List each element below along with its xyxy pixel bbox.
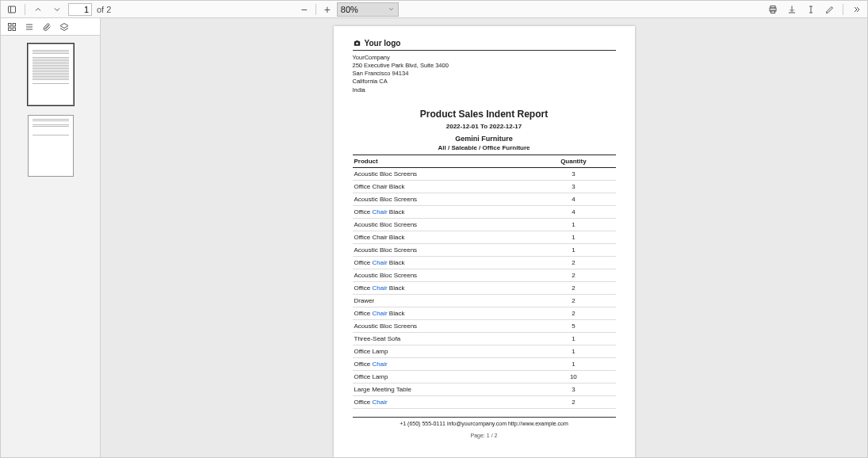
thumbnail-page-2[interactable]	[28, 115, 74, 177]
cell-product: Office Chair	[353, 395, 532, 408]
cell-product: Large Meeting Table	[353, 383, 532, 395]
cell-product: Office Chair	[353, 357, 532, 370]
svg-rect-10	[13, 23, 16, 26]
more-icon[interactable]	[848, 2, 864, 17]
company-addr1: 250 Executive Park Blvd, Suite 3400	[353, 62, 616, 70]
svg-rect-0	[9, 6, 16, 13]
cell-product: Drawer	[353, 294, 532, 307]
text-select-icon[interactable]	[803, 2, 819, 17]
table-row: Office Chair Black2	[353, 256, 616, 269]
col-product: Product	[353, 155, 532, 167]
thumbnail-page-1[interactable]	[28, 44, 74, 105]
cell-quantity: 1	[531, 345, 615, 357]
cell-quantity: 3	[531, 180, 615, 193]
cell-quantity: 10	[531, 370, 615, 383]
cell-quantity: 1	[531, 243, 615, 256]
cell-product: Acoustic Bloc Screens	[353, 269, 532, 281]
product-link[interactable]: Chair	[372, 310, 387, 317]
cell-product: Three-Seat Sofa	[353, 332, 532, 345]
cell-quantity: 2	[531, 294, 615, 307]
table-row: Office Chair Black3	[353, 180, 616, 193]
table-row: Three-Seat Sofa1	[353, 332, 616, 345]
table-row: Large Meeting Table3	[353, 383, 616, 395]
svg-point-17	[356, 43, 358, 45]
prev-page-icon[interactable]	[30, 2, 46, 17]
zoom-controls: − + 80%	[297, 2, 398, 17]
company-addr4: India	[353, 86, 616, 94]
cell-product: Office Chair Black	[353, 307, 532, 319]
cell-quantity: 1	[531, 332, 615, 345]
table-row: Office Lamp10	[353, 370, 616, 383]
report-footer: +1 (650) 555-0111 info@yourcompany.com h…	[353, 417, 616, 426]
cell-product: Office Lamp	[353, 370, 532, 383]
table-row: Acoustic Bloc Screens3	[353, 167, 616, 180]
product-link[interactable]: Chair	[372, 259, 387, 266]
table-row: Acoustic Bloc Screens2	[353, 269, 616, 281]
cell-product: Acoustic Bloc Screens	[353, 167, 532, 180]
company-logo: Your logo	[353, 39, 616, 48]
outline-view-icon[interactable]	[21, 20, 37, 34]
page-number-input[interactable]	[68, 3, 92, 16]
report-title: Product Sales Indent Report	[353, 109, 616, 120]
product-link[interactable]: Chair	[372, 284, 387, 292]
separator	[25, 4, 25, 15]
attachments-icon[interactable]	[39, 20, 55, 34]
table-row: Office Chair Black2	[353, 281, 616, 294]
cell-product: Office Chair Black	[353, 205, 532, 218]
cell-quantity: 3	[531, 167, 615, 180]
page-of-label: of 2	[97, 5, 111, 14]
table-row: Acoustic Bloc Screens1	[353, 218, 616, 231]
product-link[interactable]: Chair	[372, 361, 387, 368]
panel-toggle-icon[interactable]	[4, 2, 20, 17]
table-row: Office Lamp1	[353, 345, 616, 357]
table-row: Acoustic Bloc Screens4	[353, 193, 616, 205]
zoom-select[interactable]: 80%	[337, 2, 399, 17]
body: Your logo YourCompany 250 Executive Park…	[1, 18, 867, 457]
cell-product: Acoustic Bloc Screens	[353, 193, 532, 205]
toolbar-right	[765, 2, 864, 17]
cell-quantity: 2	[531, 256, 615, 269]
document-viewport[interactable]: Your logo YourCompany 250 Executive Park…	[101, 18, 867, 457]
product-link[interactable]: Chair	[372, 208, 387, 216]
thumbnail-list	[1, 36, 100, 457]
svg-rect-9	[9, 23, 12, 26]
svg-rect-12	[13, 28, 16, 31]
cell-quantity: 3	[531, 383, 615, 395]
thumbnails-view-icon[interactable]	[4, 20, 20, 34]
cell-quantity: 4	[531, 193, 615, 205]
cell-product: Office Chair Black	[353, 231, 532, 243]
separator	[843, 4, 843, 15]
cell-quantity: 5	[531, 319, 615, 332]
layers-icon[interactable]	[56, 20, 72, 34]
sidebar	[1, 18, 101, 457]
company-address: YourCompany 250 Executive Park Blvd, Sui…	[353, 54, 616, 94]
cell-quantity: 2	[531, 281, 615, 294]
print-icon[interactable]	[765, 2, 781, 17]
table-row: Acoustic Bloc Screens5	[353, 319, 616, 332]
product-link[interactable]: Chair	[372, 399, 387, 406]
report-partner: Gemini Furniture	[353, 135, 616, 143]
cell-quantity: 2	[531, 269, 615, 281]
cell-quantity: 1	[531, 357, 615, 370]
svg-rect-5	[789, 12, 795, 13]
col-quantity: Quantity	[531, 155, 615, 167]
cell-quantity: 1	[531, 231, 615, 243]
table-row: Office Chair1	[353, 357, 616, 370]
separator	[315, 4, 316, 15]
cell-product: Acoustic Bloc Screens	[353, 319, 532, 332]
table-row: Acoustic Bloc Screens1	[353, 243, 616, 256]
zoom-in-button[interactable]: +	[321, 4, 334, 15]
cell-quantity: 4	[531, 205, 615, 218]
draw-icon[interactable]	[822, 2, 838, 17]
cell-quantity: 1	[531, 218, 615, 231]
cell-product: Acoustic Bloc Screens	[353, 243, 532, 256]
svg-rect-11	[9, 28, 12, 31]
report-date-range: 2022-12-01 To 2022-12-17	[353, 123, 616, 130]
next-page-icon[interactable]	[49, 2, 65, 17]
cell-product: Office Chair Black	[353, 281, 532, 294]
download-icon[interactable]	[784, 2, 800, 17]
logo-text: Your logo	[365, 39, 401, 48]
report-table: Product Quantity Acoustic Bloc Screens3O…	[353, 155, 616, 409]
cell-product: Office Chair Black	[353, 180, 532, 193]
zoom-out-button[interactable]: −	[297, 4, 310, 15]
